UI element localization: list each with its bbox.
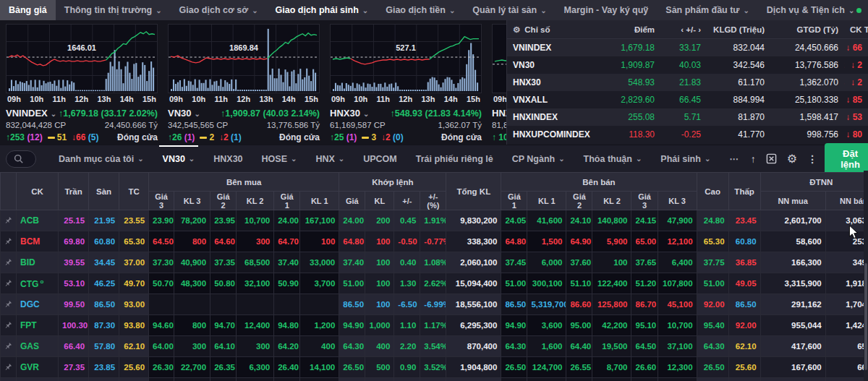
pin-cell[interactable] [1,315,17,336]
table-row[interactable]: FPT100.3087.3093.8094.6080094.7012,40094… [1,315,868,336]
index-row[interactable]: VN301,909.8740.03342.54613,776.586↑ 262↓… [507,56,868,74]
pin-cell[interactable] [1,273,17,294]
pin-cell[interactable] [1,336,17,357]
pin-cell[interactable] [1,210,17,231]
nav-item[interactable]: Giao dịch phái sinh⌄ [267,0,378,20]
col-header-change-pct[interactable]: +/- (%) [420,192,446,210]
pin-cell[interactable] [1,378,17,381]
index-name[interactable]: HNX30⌄ [330,108,369,119]
index-row[interactable]: HNXUPCOMINDEX118.30-0.2541.770998.756↑ 1… [507,126,868,143]
col-header-buy-vol3[interactable]: KL 3 [174,192,210,210]
tab-hnx[interactable]: HNX⌄ [306,145,354,173]
index-row[interactable]: VNXALL2,829.6066.45884.99425,180.338↑ 30… [507,91,868,108]
tab-upcom[interactable]: UPCOM [354,145,407,173]
table-row[interactable]: BID39.5534.4537.0037.3040,90037.3568,500… [1,252,868,273]
col-header-total-volume[interactable]: Tổng KL [446,173,501,210]
col-header-foreign-sell[interactable]: NN bán [825,192,868,210]
tab--[interactable]: ⋯ [720,145,748,173]
excel-export-icon[interactable] [766,153,777,164]
col-header-sell-price2[interactable]: Giá 2 [566,192,592,210]
col-header-code[interactable]: CK [17,173,59,210]
col-header-change[interactable]: +/- [394,192,420,210]
pin-icon[interactable] [4,279,12,287]
tab-ph-i-sinh[interactable]: Phái sinh⌄ [651,145,720,173]
stock-code[interactable]: BCM [17,231,59,252]
table-row[interactable]: HDB A32.1027.9030.0031.95160,00032.00251… [1,378,868,381]
col-header-sell-price1[interactable]: Giá 1 [501,192,527,210]
gear-icon[interactable]: ⚙ [787,152,797,166]
index-row[interactable]: HNX30548.9321.8361.1701,362.070↑ 253↓ 2 [507,74,868,91]
nav-item[interactable]: Giao dịch cơ sở⌄ [171,0,267,20]
table-row[interactable]: CTG o53.1046.2549.7050.7048,30050.8032,1… [1,273,868,294]
pin-icon[interactable] [4,258,12,266]
nav-item[interactable]: Bảng giá [0,0,56,20]
col-header-ceiling[interactable]: Trần [59,173,89,210]
index-row[interactable]: HNXINDEX255.085.7181.8701,598.417↑ 10446… [507,108,868,126]
stock-code[interactable]: DGC [17,294,59,315]
nav-item[interactable]: Thông tin thị trường⌄ [56,0,171,20]
tab-tr-i-phi-u-ri-ng-l-[interactable]: Trái phiếu riêng lẻ [407,145,503,173]
place-order-button[interactable]: Đặt lệnh [825,143,868,175]
col-header-sell-vol3[interactable]: KL 3 [658,192,697,210]
stock-code[interactable]: GAS [17,336,59,357]
nav-item[interactable]: Giao diện của tôi [863,0,868,20]
tab-hose[interactable]: HOSE⌄ [252,145,307,173]
tab-th-a-thu-n[interactable]: Thỏa thuận⌄ [574,145,652,173]
stock-code[interactable]: FPT [17,315,59,336]
table-row[interactable]: BCM69.8060.8065.3064.5080064.6030064.701… [1,231,868,252]
pin-icon[interactable] [4,300,12,308]
pin-icon[interactable] [4,237,12,245]
tab-vn30[interactable]: VN30⌄ [153,145,205,173]
col-header-foreign-buy[interactable]: NN mua [760,192,825,210]
col-header-low[interactable]: Thấp [728,173,760,210]
col-header-floor[interactable]: Sàn [89,173,119,210]
col-header-match-vol[interactable]: KL [365,192,394,210]
index-name[interactable]: HNXI [492,108,506,119]
nav-item[interactable]: Giao dịch tiền⌄ [377,0,464,20]
pin-icon[interactable] [4,216,12,224]
search-box[interactable] [6,150,36,168]
table-row[interactable]: ACB25.1521.9523.5523.9078,20023.9510,700… [1,210,868,231]
col-header-reference[interactable]: TC [119,173,149,210]
col-header-buy-price2[interactable]: Giá 2 [210,192,237,210]
col-header-high[interactable]: Cao [697,173,728,210]
nav-item[interactable]: Quản lý tài sản⌄ [464,0,555,20]
pin-icon[interactable] [4,321,12,329]
tab-danh-m-c-c-a-t-i[interactable]: Danh mục của tôi⌄ [49,145,153,173]
stock-code[interactable]: HDB A [17,378,59,381]
col-header-buy-vol1[interactable]: KL 1 [300,192,339,210]
tab-hnx30[interactable]: HNX30 [204,145,252,173]
index-row[interactable]: VNINDEX1,679.1833.17832.04424,450.666↑ 2… [507,39,868,56]
stock-code[interactable]: GVR [17,357,59,378]
upload-icon[interactable]: ↑ [751,153,756,165]
table-row[interactable]: GAS66.4057.8062.1064.0030064.1030064.204… [1,336,868,357]
nav-item[interactable]: Margin - Vay ký quỹ [556,0,658,20]
pin-cell[interactable] [1,252,17,273]
pin-cell[interactable] [1,231,17,252]
col-header-sell-vol1[interactable]: KL 1 [527,192,566,210]
table-row[interactable]: DGC99.5086.5093.0086.50100-6.50-6.99%18,… [1,294,868,315]
stock-code[interactable]: CTG o [17,273,59,294]
col-header-buy-price3[interactable]: Giá 3 [149,192,174,210]
vertical-scrollbar[interactable] [864,171,868,381]
index-name[interactable]: VN30⌄ [168,108,200,119]
col-header-sell-vol2[interactable]: KL 2 [592,192,631,210]
pin-cell[interactable] [1,294,17,315]
pin-icon[interactable] [4,363,12,371]
stock-code[interactable]: BID [17,252,59,273]
col-header-buy-vol2[interactable]: KL 2 [237,192,274,210]
col-header-sell-price3[interactable]: Giá 3 [631,192,658,210]
nav-item[interactable]: Sản phẩm đầu tư⌄ [657,0,758,20]
tab-cp-ng-nh[interactable]: CP Ngành⌄ [503,145,574,173]
stock-code[interactable]: ACB [17,210,59,231]
nav-item[interactable]: Dịch vụ & Tiện ích⌄ [758,0,864,20]
col-header-match-price[interactable]: Giá [339,192,365,210]
table-row[interactable]: GVR27.3523.8525.6026.3022,70026.356,3002… [1,357,868,378]
pin-icon[interactable] [4,342,12,350]
pin-cell[interactable] [1,357,17,378]
index-name[interactable]: VNINDEX⌄ [6,108,56,119]
kebab-menu-icon[interactable]: ⋮ [807,153,817,165]
gear-icon[interactable]: ⚙ [513,25,520,34]
col-header-buy-price1[interactable]: Giá 1 [274,192,300,210]
scrollbar-thumb[interactable] [864,263,867,370]
